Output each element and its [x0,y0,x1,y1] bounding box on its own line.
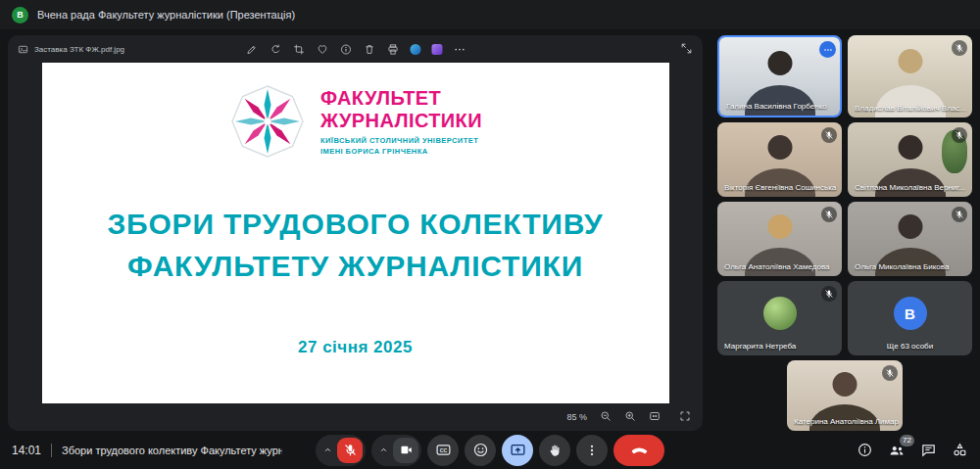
captions-button[interactable]: CC [427,435,459,466]
viewer-toolbar-icons [245,35,466,63]
brand-line2: ЖУРНАЛІСТИКИ [320,110,482,131]
image-file-icon [18,44,28,55]
delete-icon[interactable] [363,43,375,56]
crop-icon[interactable] [292,43,305,56]
participant-tile[interactable]: Владислав Віталійович Влас... [848,35,972,117]
slide-title: ЗБОРИ ТРУДОВОГО КОЛЕКТИВУ ФАКУЛЬТЕТУ ЖУР… [42,204,669,287]
zoom-level: 85 % [566,412,587,422]
panel-buttons: 72 [857,442,968,459]
camera-button[interactable] [393,438,418,463]
chat-button[interactable] [920,442,937,458]
participant-grid: Галина Василівна Горбенко Владислав Віта… [717,35,972,431]
participant-tile[interactable]: Катерина Анатоліївна Лимарь [787,360,903,431]
favorite-icon[interactable] [316,43,328,56]
zoom-out-icon[interactable] [600,410,612,425]
shared-window-title: Вчена рада Факультету журналістики (През… [37,9,295,21]
edit-icon[interactable] [245,43,258,56]
mic-off-icon [821,127,837,143]
clock: 14:01 [12,444,41,457]
photos-blue-app-icon[interactable] [410,44,420,55]
participant-name: Ольга Анатоліївна Хамедова [724,262,838,271]
participant-name: Галина Василівна Горбенко [726,102,836,111]
presentation-slide: ФАКУЛЬТЕТ ЖУРНАЛІСТИКИ КИЇВСЬКИЙ СТОЛИЧН… [42,63,669,403]
faculty-name-block: ФАКУЛЬТЕТ ЖУРНАЛІСТИКИ КИЇВСЬКИЙ СТОЛИЧН… [320,87,482,156]
mic-off-icon [821,286,837,302]
info-icon[interactable] [339,43,352,56]
meeting-meta: 14:01 Збори трудового колективу Факульте… [12,444,282,457]
participant-tile[interactable]: Світлана Миколаївна Верниг... [848,122,972,197]
meeting-app-logo: В [12,7,28,23]
camera-control [371,435,421,466]
end-call-button[interactable] [613,435,664,466]
participant-count-badge: 72 [900,435,914,446]
participant-name: Ольга Миколаївна Бикова [855,262,968,271]
zoom-in-icon[interactable] [624,410,636,425]
google-meet-window: В Вчена рада Факультету журналістики (Пр… [0,0,980,469]
mic-off-button[interactable] [337,438,363,463]
control-bar: 14:01 Збори трудового колективу Факульте… [0,431,980,469]
avatar-letter: В [905,305,915,322]
participant-tile-active-speaker[interactable]: Галина Василівна Горбенко [717,35,842,117]
top-bar: В Вчена рада Факультету журналістики (Пр… [0,0,980,29]
call-controls: CC [316,435,664,466]
fullscreen-icon[interactable] [679,410,691,425]
screen-share-viewer: Заставка ЗТК ФЖ.pdf.jpg [8,35,703,431]
brand-line1: ФАКУЛЬТЕТ [320,87,482,109]
mic-off-icon [952,207,967,222]
mic-off-icon [821,207,837,222]
present-button[interactable] [502,435,533,466]
more-icon[interactable] [453,43,466,56]
participant-name: Владислав Віталійович Влас... [855,104,968,113]
mic-off-icon [882,365,898,381]
people-button-wrapper: 72 [888,442,906,459]
activities-button[interactable] [952,442,968,458]
participant-avatar [763,297,797,330]
mic-off-icon [952,127,967,143]
mic-control [316,435,366,466]
participant-name: Вікторія Євгеніївна Сошинська [724,183,838,192]
participant-tile[interactable]: Ольга Анатоліївна Хамедова [717,202,842,276]
brand-sub1: КИЇВСЬКИЙ СТОЛИЧНИЙ УНІВЕРСИТЕТ [320,136,482,145]
more-participants-label: Ще 63 особи [848,342,972,351]
meeting-title: Збори трудового колективу Факультету жур… [62,445,282,456]
slide-title-line1: ЗБОРИ ТРУДОВОГО КОЛЕКТИВУ [42,204,669,246]
tile-options-button[interactable] [819,41,836,58]
viewer-filename: Заставка ЗТК ФЖ.pdf.jpg [34,45,124,54]
brand-sub2: ІМЕНІ БОРИСА ГРІНЧЕНКА [320,147,482,156]
slide-date: 27 січня 2025 [42,338,669,357]
reactions-button[interactable] [465,435,496,466]
divider [51,444,52,457]
purple-app-icon[interactable] [431,44,442,55]
participant-avatar: В [894,297,927,330]
app-logo-letter: В [17,10,24,20]
print-icon[interactable] [386,43,399,56]
participant-tile[interactable]: Маргарита Нетреба [717,281,842,355]
viewer-toolbar: Заставка ЗТК ФЖ.pdf.jpg [8,35,703,63]
raise-hand-button[interactable] [539,435,570,466]
more-options-button[interactable] [576,435,608,466]
info-button[interactable] [857,442,873,458]
more-participants-tile[interactable]: В Ще 63 особи [848,281,972,355]
mic-off-icon [952,40,967,56]
participant-name: Катерина Анатоліївна Лимарь [794,417,899,426]
rotate-icon[interactable] [269,43,281,56]
participant-tile[interactable]: Ольга Миколаївна Бикова [848,202,972,276]
svg-text:CC: CC [439,447,447,453]
fit-screen-icon[interactable] [649,410,661,425]
viewer-zoom-bar: 85 % [8,403,703,431]
faculty-logo-block: ФАКУЛЬТЕТ ЖУРНАЛІСТИКИ КИЇВСЬКИЙ СТОЛИЧН… [42,82,669,161]
expand-icon[interactable] [680,42,693,58]
faculty-logo-icon [228,82,307,161]
slide-title-line2: ФАКУЛЬТЕТУ ЖУРНАЛІСТИКИ [42,246,669,288]
participant-tile[interactable]: Вікторія Євгеніївна Сошинська [717,122,842,197]
participant-name: Світлана Миколаївна Верниг... [855,183,968,192]
mic-options-chevron[interactable] [320,445,335,455]
participant-name: Маргарита Нетреба [724,342,838,351]
camera-options-chevron[interactable] [376,445,391,455]
